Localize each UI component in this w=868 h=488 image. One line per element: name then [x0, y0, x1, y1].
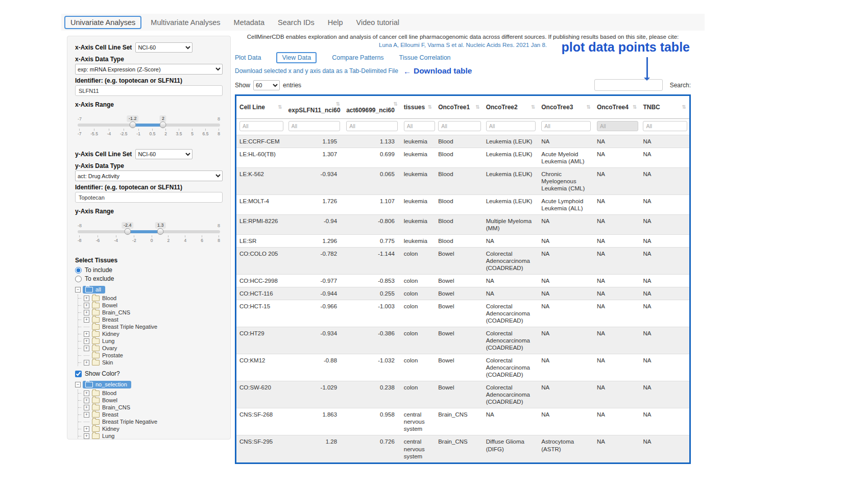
- expand-icon[interactable]: +: [84, 360, 89, 365]
- sort-icon[interactable]: ⇅: [587, 104, 591, 110]
- table-row[interactable]: CNS:SF-2951.280.726central nervous syste…: [236, 435, 689, 462]
- show-color-checkbox[interactable]: Show Color?: [75, 370, 223, 377]
- tree-item-bowel[interactable]: +Bowel: [82, 397, 223, 404]
- col-header-expslfn11-nci60[interactable]: ⇅expSLFN11_nci60: [285, 96, 344, 119]
- filter-input-oncotree2[interactable]: [486, 121, 536, 131]
- tree-item-blood[interactable]: +Blood: [82, 295, 223, 302]
- tree-item-breast[interactable]: +Breast: [82, 411, 223, 418]
- expand-icon[interactable]: +: [84, 303, 89, 308]
- col-header-tissues[interactable]: ⇅tissues: [401, 96, 435, 119]
- expand-icon[interactable]: +: [84, 310, 89, 315]
- slider-handle-to[interactable]: [157, 228, 164, 235]
- expand-icon[interactable]: +: [84, 405, 89, 410]
- tree-item-lung[interactable]: +Lung: [82, 337, 223, 345]
- sort-icon[interactable]: ⇅: [278, 104, 282, 110]
- tree-item-blood[interactable]: +Blood: [82, 389, 223, 397]
- filter-input-expslfn11-nci60[interactable]: [288, 121, 340, 131]
- tree-item-breast-triple-negative[interactable]: Breast Triple Negative: [82, 418, 223, 425]
- sort-icon[interactable]: ⇅: [393, 101, 397, 107]
- nav-item-search-ids[interactable]: Search IDs: [271, 16, 321, 29]
- filter-input-oncotree3[interactable]: [541, 121, 591, 131]
- radio-input[interactable]: [75, 267, 82, 274]
- x-data-type-select[interactable]: exp: mRNA Expression (Z-Score): [75, 64, 223, 75]
- nav-item-metadata[interactable]: Metadata: [227, 16, 271, 29]
- checkbox-input[interactable]: [75, 371, 82, 377]
- table-row[interactable]: CO:HCT-15-0.966-1.003colonBowelColorecta…: [236, 300, 689, 327]
- expand-icon[interactable]: +: [84, 398, 89, 403]
- expand-icon[interactable]: +: [84, 317, 89, 323]
- expand-icon[interactable]: +: [84, 391, 89, 396]
- col-header-cell-line[interactable]: ⇅Cell Line: [236, 96, 285, 119]
- tree-item-brain-cns[interactable]: +Brain_CNS: [82, 309, 223, 316]
- filter-input-oncotree1[interactable]: [438, 121, 481, 131]
- sort-icon[interactable]: ⇅: [475, 104, 479, 110]
- sort-icon[interactable]: ⇅: [531, 104, 535, 110]
- y-data-type-select[interactable]: act: Drug Activity: [75, 170, 223, 181]
- tree-item-brain-cns[interactable]: +Brain_CNS: [82, 404, 223, 411]
- table-row[interactable]: CO:KM12-0.88-1.032colonBowelColorectal A…: [236, 354, 689, 381]
- expand-icon[interactable]: +: [84, 296, 89, 301]
- tree-item-breast[interactable]: +Breast: [82, 316, 223, 323]
- expand-icon[interactable]: +: [84, 433, 89, 439]
- radio-input[interactable]: [75, 276, 82, 282]
- table-row[interactable]: LE:RPMI-8226-0.94-0.806leukemiaBloodMult…: [236, 215, 689, 235]
- col-header-oncotree4[interactable]: ⇅OncoTree4: [594, 96, 640, 119]
- tissues-exclude-radio[interactable]: To exclude: [75, 275, 223, 282]
- table-row[interactable]: LE:CCRF-CEM1.1951.133leukemiaBloodLeukem…: [236, 135, 689, 148]
- table-row[interactable]: CO:HT29-0.934-0.386colonBowelColorectal …: [236, 327, 689, 354]
- tree-root-all[interactable]: −all: [75, 285, 223, 294]
- collapse-icon[interactable]: −: [75, 382, 81, 387]
- sort-icon[interactable]: ⇅: [633, 104, 637, 110]
- table-row[interactable]: CO:SW-620-1.0290.238colonBowelColorectal…: [236, 381, 689, 408]
- tree-item-ovary[interactable]: +Ovary: [82, 345, 223, 352]
- tree-item-kidney[interactable]: +Kidney: [82, 425, 223, 432]
- tab-compare-patterns[interactable]: Compare Patterns: [332, 54, 383, 61]
- table-row[interactable]: CO:HCT-116-0.9440.255colonBowelNANANANA: [236, 287, 689, 300]
- nav-item-univariate-analyses[interactable]: Univariate Analyses: [64, 16, 141, 29]
- expand-icon[interactable]: +: [84, 426, 89, 432]
- tab-tissue-correlation[interactable]: Tissue Correlation: [399, 54, 451, 61]
- tree-item-breast-triple-negative[interactable]: Breast Triple Negative: [82, 323, 223, 330]
- slider-track[interactable]: [78, 124, 220, 127]
- tissues-include-radio[interactable]: To include: [75, 266, 223, 274]
- tab-plot-data[interactable]: Plot Data: [235, 54, 261, 61]
- slider-handle-to[interactable]: [160, 121, 166, 128]
- filter-input-act609699-nci60[interactable]: [346, 121, 398, 131]
- expand-icon[interactable]: +: [84, 346, 89, 351]
- col-header-act609699-nci60[interactable]: ⇅act609699_nci60: [343, 96, 401, 119]
- table-row[interactable]: LE:SR1.2960.775leukemiaBloodNANANANA: [236, 235, 689, 248]
- slider-handle-from[interactable]: [129, 121, 136, 128]
- nav-item-help[interactable]: Help: [321, 16, 350, 29]
- filter-input-oncotree4[interactable]: [597, 121, 638, 131]
- slider-track[interactable]: [78, 230, 220, 233]
- table-row[interactable]: LE:HL-60(TB)1.3070.699leukemiaBloodLeuke…: [236, 148, 689, 168]
- filter-input-cell-line[interactable]: [239, 121, 283, 131]
- collapse-icon[interactable]: −: [75, 287, 81, 292]
- tree-item-prostate[interactable]: Prostate: [82, 352, 223, 359]
- x-cell-line-set-select[interactable]: NCI-60: [135, 42, 192, 53]
- slider-handle-from[interactable]: [124, 228, 131, 235]
- tree-item-lung[interactable]: +Lung: [82, 432, 223, 440]
- sort-icon[interactable]: ⇅: [336, 101, 340, 107]
- tree-item-bowel[interactable]: +Bowel: [82, 302, 223, 309]
- tree-root-no-selection[interactable]: −no_selection: [75, 380, 223, 389]
- sort-icon[interactable]: ⇅: [682, 104, 686, 110]
- col-header-oncotree2[interactable]: ⇅OncoTree2: [483, 96, 539, 119]
- col-header-tnbc[interactable]: ⇅TNBC: [640, 96, 689, 119]
- table-row[interactable]: LE:K-562-0.9340.065leukemiaBloodLeukemia…: [236, 168, 689, 195]
- tree-item-kidney[interactable]: +Kidney: [82, 330, 223, 337]
- filter-input-tissues[interactable]: [404, 121, 435, 131]
- y-cell-line-set-select[interactable]: NCI-60: [135, 149, 192, 159]
- col-header-oncotree1[interactable]: ⇅OncoTree1: [435, 96, 483, 119]
- x-identifier-input[interactable]: [75, 85, 223, 96]
- entries-select[interactable]: 60: [253, 80, 280, 90]
- x-range-slider[interactable]: -7 8 -1.2 2 -7-5.5-4-2.5-10.523.556.58: [78, 124, 220, 143]
- filter-input-tnbc[interactable]: [643, 121, 687, 131]
- search-input[interactable]: [594, 79, 663, 91]
- col-header-oncotree3[interactable]: ⇅OncoTree3: [538, 96, 594, 119]
- expand-icon[interactable]: +: [84, 338, 89, 344]
- expand-icon[interactable]: +: [84, 412, 89, 418]
- y-range-slider[interactable]: -8 8 -2.4 1.3 -8-6-4-202468: [78, 230, 220, 250]
- table-row[interactable]: LE:MOLT-41.7261.107leukemiaBloodLeukemia…: [236, 195, 689, 215]
- expand-icon[interactable]: +: [84, 331, 89, 337]
